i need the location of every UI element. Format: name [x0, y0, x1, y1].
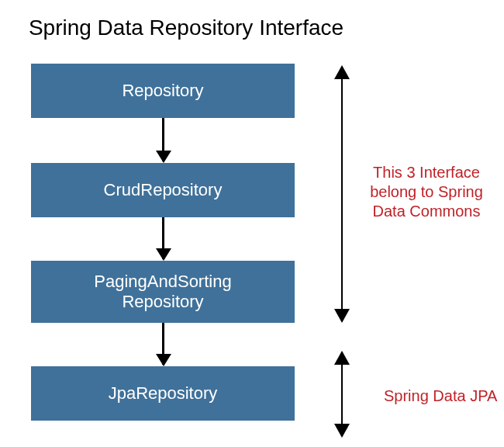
block-label: Repository [122, 81, 203, 101]
block-label: CrudRepository [104, 180, 223, 200]
range-arrow-commons-icon [341, 67, 343, 321]
annotation-line: Data Commons [364, 202, 488, 221]
arrow-down-icon [162, 323, 164, 365]
annotation-line: belong to Spring [364, 182, 488, 202]
annotation-spring-data-commons: This 3 Interface belong to Spring Data C… [364, 163, 488, 221]
block-label-line2: Repository [122, 292, 203, 312]
arrow-down-icon [162, 118, 164, 161]
block-crud-repository: CrudRepository [31, 163, 295, 217]
range-arrow-jpa-icon [341, 352, 343, 436]
annotation-spring-data-jpa: Spring Data JPA [384, 386, 500, 406]
annotation-line: This 3 Interface [364, 163, 488, 182]
diagram-title: Spring Data Repository Interface [0, 16, 372, 40]
arrow-down-icon [162, 217, 164, 259]
block-repository: Repository [31, 64, 295, 118]
block-label-line1: PagingAndSorting [94, 272, 231, 292]
block-paging-sorting-repository: PagingAndSorting Repository [31, 261, 295, 323]
block-label: JpaRepository [109, 383, 218, 404]
block-jpa-repository: JpaRepository [31, 366, 295, 421]
